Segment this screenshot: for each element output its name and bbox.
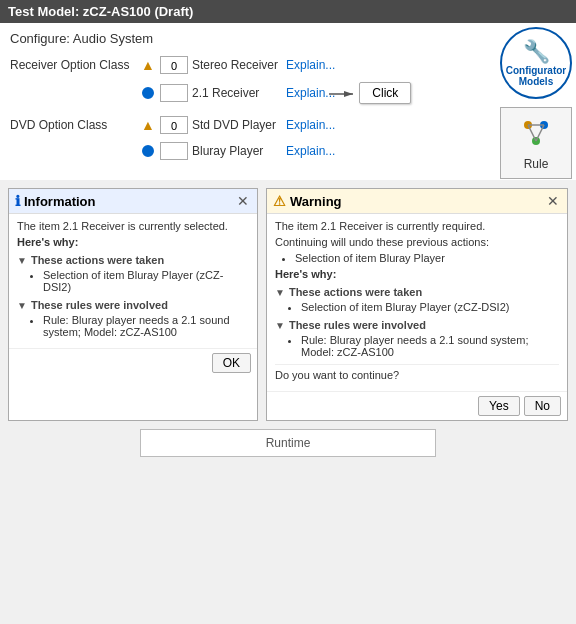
svg-line-7 — [536, 125, 544, 141]
configurator-label2: Models — [519, 76, 553, 87]
info-section2-title: These rules were involved — [31, 299, 168, 311]
receiver-21-row: 2.1 Receiver Explain... Click — [140, 82, 411, 104]
info-dialog-header: ℹ Information ✕ — [9, 189, 257, 214]
info-dialog-title: Information — [24, 194, 231, 209]
rule-icon — [518, 115, 554, 157]
warning-section1-header: ▼ These actions were taken — [275, 286, 559, 298]
ok-button[interactable]: OK — [212, 353, 251, 373]
receiver-label: Receiver Option Class — [10, 56, 140, 72]
info-dialog-body: The item 2.1 Receiver is currently selec… — [9, 214, 257, 348]
runtime-label: Runtime — [140, 429, 436, 457]
wrench-icon: 🔧 — [523, 39, 550, 65]
dialogs-row: ℹ Information ✕ The item 2.1 Receiver is… — [0, 188, 576, 421]
triangle-icon-w1: ▼ — [275, 287, 285, 298]
receiver-21-label: 2.1 Receiver — [192, 86, 282, 100]
info-section2-content: Rule: Bluray player needs a 2.1 sound sy… — [29, 314, 249, 338]
warning-section2-header: ▼ These rules were involved — [275, 319, 559, 331]
warning-dialog-body: The item 2.1 Receiver is currently requi… — [267, 214, 567, 391]
dvd-label: DVD Option Class — [10, 116, 140, 132]
std-dvd-label: Std DVD Player — [192, 118, 282, 132]
warning-section2-item1: Rule: Bluray player needs a 2.1 sound sy… — [301, 334, 559, 358]
side-panel: 🔧 Configurator Models Rule — [496, 23, 576, 183]
bluray-explain-link[interactable]: Explain... — [286, 144, 335, 158]
warning-section1-content: Selection of item Bluray Player (zCZ-DSI… — [287, 301, 559, 313]
main-area: Configure: Audio System Receiver Option … — [0, 23, 576, 180]
warning-dialog-footer: Yes No — [267, 391, 567, 420]
triangle-icon-w2: ▼ — [275, 320, 285, 331]
warning-question: Do you want to continue? — [275, 364, 559, 381]
std-dvd-row: ▲ 0 Std DVD Player Explain... — [140, 116, 335, 134]
click-arrow — [329, 84, 359, 104]
warning-continuing-item: Selection of item Bluray Player — [295, 252, 559, 264]
triangle-icon-2: ▼ — [17, 300, 27, 311]
svg-line-6 — [528, 125, 536, 141]
info-icon: ℹ — [15, 193, 20, 209]
click-button-area: Click — [359, 82, 411, 104]
dvd-option-class: DVD Option Class ▲ 0 Std DVD Player Expl… — [10, 116, 492, 164]
title-text: Test Model: zCZ-AS100 (Draft) — [8, 4, 193, 19]
info-dialog-footer: OK — [9, 348, 257, 377]
warning-dialog-close[interactable]: ✕ — [545, 193, 561, 209]
receiver-21-explain-link[interactable]: Explain... — [286, 86, 335, 100]
click-button[interactable]: Click — [359, 82, 411, 104]
receiver-option-class: Receiver Option Class ▲ 0 Stereo Receive… — [10, 56, 492, 104]
dvd-options: ▲ 0 Std DVD Player Explain... Bluray Pla… — [140, 116, 335, 164]
dot-icon-bluray — [140, 143, 156, 159]
stereo-receiver-row: ▲ 0 Stereo Receiver Explain... — [140, 56, 411, 74]
warning-continuing-message: Continuing will undo these previous acti… — [275, 236, 559, 248]
warning-icon: ⚠ — [273, 193, 286, 209]
warning-dialog: ⚠ Warning ✕ The item 2.1 Receiver is cur… — [266, 188, 568, 421]
info-section1-header: ▼ These actions were taken — [17, 254, 249, 266]
rule-button[interactable]: Rule — [500, 107, 572, 179]
dvd-value-input[interactable]: 0 — [160, 116, 188, 134]
info-message: The item 2.1 Receiver is currently selec… — [17, 220, 249, 232]
warning-icon-stereo: ▲ — [140, 57, 156, 73]
stereo-value-input[interactable]: 0 — [160, 56, 188, 74]
stereo-explain-link[interactable]: Explain... — [286, 58, 335, 72]
dot-icon-21receiver — [140, 85, 156, 101]
bluray-value-input[interactable] — [160, 142, 188, 160]
warning-hereswhy: Here's why: — [275, 268, 559, 280]
warning-section1-item1: Selection of item Bluray Player (zCZ-DSI… — [301, 301, 559, 313]
bluray-label: Bluray Player — [192, 144, 282, 158]
yes-button[interactable]: Yes — [478, 396, 520, 416]
warning-dialog-title: Warning — [290, 194, 541, 209]
title-bar: Test Model: zCZ-AS100 (Draft) — [0, 0, 576, 23]
info-dialog: ℹ Information ✕ The item 2.1 Receiver is… — [8, 188, 258, 421]
info-hereswhy: Here's why: — [17, 236, 249, 248]
warning-icon-dvd: ▲ — [140, 117, 156, 133]
info-section1-content: Selection of item Bluray Player (zCZ-DSI… — [29, 269, 249, 293]
configure-title: Configure: Audio System — [10, 31, 492, 46]
dvd-explain-link[interactable]: Explain... — [286, 118, 335, 132]
info-section1-item1: Selection of item Bluray Player (zCZ-DSI… — [43, 269, 249, 293]
info-section2-header: ▼ These rules were involved — [17, 299, 249, 311]
warning-section2-content: Rule: Bluray player needs a 2.1 sound sy… — [287, 334, 559, 358]
stereo-receiver-label: Stereo Receiver — [192, 58, 282, 72]
warning-dialog-header: ⚠ Warning ✕ — [267, 189, 567, 214]
warning-section1-title: These actions were taken — [289, 286, 422, 298]
rule-label: Rule — [524, 157, 549, 171]
configurator-models-button[interactable]: 🔧 Configurator Models — [500, 27, 572, 99]
no-button[interactable]: No — [524, 396, 561, 416]
configurator-label1: Configurator — [506, 65, 567, 76]
receiver-options: ▲ 0 Stereo Receiver Explain... 2.1 Recei… — [140, 56, 411, 104]
info-section1-title: These actions were taken — [31, 254, 164, 266]
warning-section2-title: These rules were involved — [289, 319, 426, 331]
rule-svg — [518, 115, 554, 151]
receiver-21-value-input[interactable] — [160, 84, 188, 102]
info-dialog-close[interactable]: ✕ — [235, 193, 251, 209]
bluray-row: Bluray Player Explain... — [140, 142, 335, 160]
triangle-icon-1: ▼ — [17, 255, 27, 266]
info-section2-item1: Rule: Bluray player needs a 2.1 sound sy… — [43, 314, 249, 338]
warning-message: The item 2.1 Receiver is currently requi… — [275, 220, 559, 232]
